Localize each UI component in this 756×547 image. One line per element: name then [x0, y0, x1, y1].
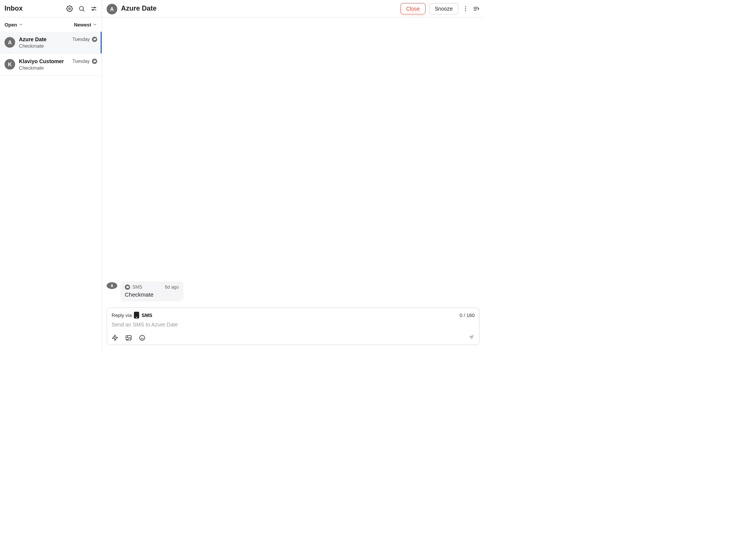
send-button[interactable]	[468, 334, 475, 342]
svg-point-4	[94, 7, 95, 8]
quick-reply-icon[interactable]	[112, 334, 118, 341]
thread-item[interactable]: A Azure Date Tuesday Checkmate	[0, 32, 102, 54]
thread-preview: Checkmate	[19, 43, 97, 49]
thread-meta: Tuesday	[72, 59, 97, 64]
svg-point-6	[92, 9, 93, 10]
composer-top: Reply via SMS 0 / 160	[112, 312, 475, 319]
conversation-avatar: A	[107, 4, 117, 14]
svg-point-0	[69, 8, 71, 9]
chevron-down-icon	[93, 22, 97, 27]
inbox-title: Inbox	[5, 5, 23, 12]
main-header-left: A Azure Date	[107, 3, 157, 14]
chat-icon	[125, 284, 130, 290]
phone-icon	[134, 312, 139, 319]
chevron-down-icon	[19, 22, 23, 27]
panel-toggle-icon[interactable]	[473, 5, 480, 12]
svg-marker-13	[112, 335, 118, 340]
svg-line-2	[83, 10, 84, 11]
svg-point-15	[127, 337, 128, 337]
composer-tools	[112, 334, 146, 341]
message-bubble: SMS 6d ago Checkmate	[120, 281, 183, 301]
settings-icon[interactable]	[66, 5, 73, 12]
more-icon[interactable]	[462, 5, 469, 12]
status-filter-dropdown[interactable]: Open	[5, 22, 23, 28]
filter-icon[interactable]	[90, 5, 97, 12]
reply-via-label: Reply via	[112, 312, 132, 318]
svg-point-7	[465, 6, 466, 7]
composer-channel-selector[interactable]: Reply via SMS	[112, 312, 152, 319]
status-filter-label: Open	[5, 22, 17, 28]
message-channel: SMS	[132, 284, 142, 290]
svg-point-1	[79, 6, 84, 11]
thread-time: Tuesday	[72, 37, 90, 42]
composer: Reply via SMS 0 / 160	[107, 308, 480, 345]
message-list: A SMS 6d ago Checkmate	[102, 17, 484, 305]
main-header-right: Close Snooze	[401, 3, 480, 14]
message-input[interactable]	[112, 321, 475, 331]
char-counter: 0 / 160	[459, 312, 475, 318]
composer-channel-label: SMS	[141, 312, 152, 318]
svg-point-9	[465, 10, 466, 11]
sidebar-actions	[66, 5, 97, 12]
composer-bottom	[112, 334, 475, 342]
message-time: 6d ago	[165, 284, 179, 290]
search-icon[interactable]	[78, 5, 85, 12]
emoji-icon[interactable]	[139, 334, 146, 341]
message-row: A SMS 6d ago Checkmate	[107, 281, 480, 301]
chat-icon	[92, 59, 97, 64]
sort-label: Newest	[74, 22, 91, 28]
message-avatar: A	[107, 282, 117, 289]
sidebar: Inbox Open Newest	[0, 0, 102, 350]
main-panel: A Azure Date Close Snooze A	[102, 0, 484, 350]
conversation-area: A SMS 6d ago Checkmate Reply via	[102, 17, 484, 350]
sidebar-header: Inbox	[0, 0, 102, 17]
thread-avatar: A	[5, 37, 15, 48]
conversation-title: Azure Date	[121, 5, 157, 12]
sidebar-filters: Open Newest	[0, 17, 102, 32]
thread-name: Azure Date	[19, 36, 47, 42]
chat-icon	[92, 37, 97, 42]
thread-avatar: K	[5, 59, 15, 70]
thread-item[interactable]: K Klaviyo Customer Tuesday Checkmate	[0, 54, 102, 76]
thread-preview: Checkmate	[19, 65, 97, 71]
thread-time: Tuesday	[72, 59, 90, 64]
thread-meta: Tuesday	[72, 37, 97, 42]
sort-dropdown[interactable]: Newest	[74, 22, 97, 28]
image-icon[interactable]	[125, 334, 132, 341]
svg-point-8	[465, 8, 466, 9]
svg-point-16	[140, 335, 145, 340]
close-button[interactable]: Close	[401, 3, 425, 14]
main-header: A Azure Date Close Snooze	[102, 0, 484, 17]
message-body: Checkmate	[125, 291, 179, 298]
thread-list: A Azure Date Tuesday Checkmate K Klaviyo…	[0, 32, 102, 350]
snooze-button[interactable]: Snooze	[429, 3, 458, 14]
thread-name: Klaviyo Customer	[19, 58, 64, 64]
